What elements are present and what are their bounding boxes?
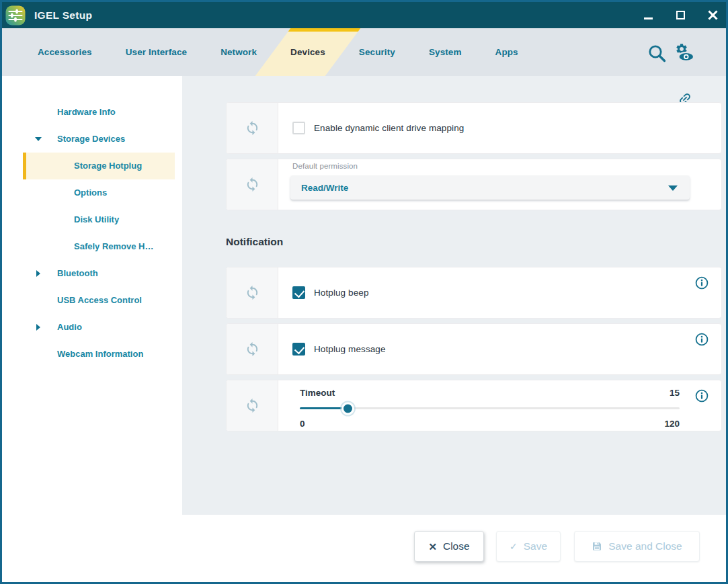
default-permission-value: Read/Write: [301, 183, 348, 193]
triangle-right: [36, 270, 40, 277]
igel-logo-icon: [5, 5, 26, 26]
minimize-button[interactable]: [632, 2, 664, 28]
sidebar-item-audio[interactable]: Audio: [2, 314, 182, 341]
sidebar-item-label: Webcam Information: [57, 341, 143, 368]
settings-panel: Enable dynamic client drive mapping Defa…: [182, 76, 726, 515]
sidebar-item-label: Hardware Info: [57, 99, 116, 126]
tab-list: AccessoriesUser InterfaceNetworkDevicesS…: [38, 28, 518, 76]
sidebar-item-disk-utility[interactable]: Disk Utility: [2, 206, 182, 233]
maximize-icon: [676, 11, 685, 19]
sidebar-tree: Hardware InfoStorage DevicesStorage Hotp…: [2, 76, 182, 515]
sidebar-item-bluetooth[interactable]: Bluetooth: [2, 260, 182, 287]
slider-fill: [300, 407, 348, 409]
save-and-close-button-label: Save and Close: [608, 540, 682, 552]
close-button[interactable]: ✕ Close: [414, 531, 484, 562]
sidebar-item-label: Safely Remove H…: [74, 233, 154, 260]
sync-cell: [227, 324, 278, 374]
sidebar-item-label: USB Access Control: [57, 287, 142, 314]
sidebar-item-hardware-info[interactable]: Hardware Info: [2, 99, 182, 126]
hotplug-message-label: Hotplug message: [314, 344, 386, 354]
sidebar-item-label: Audio: [57, 314, 82, 341]
triangle-right: [36, 324, 40, 331]
hotplug-message-checkbox[interactable]: [292, 343, 305, 356]
hotplug-beep-checkbox[interactable]: [292, 286, 305, 299]
section-title-notification: Notification: [226, 236, 283, 248]
sync-icon[interactable]: [245, 341, 260, 357]
check-icon: ✓: [510, 542, 518, 551]
tab-security[interactable]: Security: [359, 47, 395, 57]
chevron-down-icon: [668, 185, 678, 191]
tab-apps[interactable]: Apps: [495, 47, 518, 57]
hotplug-message-body: Hotplug message: [278, 324, 721, 374]
sidebar-item-options[interactable]: Options: [2, 179, 182, 206]
hotplug-beep-row: Hotplug beep: [226, 267, 722, 319]
info-icon[interactable]: [695, 389, 709, 403]
window-title: IGEL Setup: [34, 9, 92, 22]
floppy-icon: [592, 541, 602, 552]
close-window-button[interactable]: [696, 2, 728, 28]
sync-icon[interactable]: [245, 398, 260, 413]
drive-mapping-label: Enable dynamic client drive mapping: [314, 123, 464, 133]
tab-accessories[interactable]: Accessories: [38, 47, 92, 57]
timeout-row: Timeout 15 0 120: [226, 380, 722, 431]
sidebar-item-storage-hotplug[interactable]: Storage Hotplug: [2, 153, 182, 179]
tab-user-interface[interactable]: User Interface: [126, 47, 187, 57]
sync-icon[interactable]: [245, 177, 260, 192]
timeout-label: Timeout: [300, 388, 335, 398]
footer: ✕ Close ✓ Save Save and Close: [2, 515, 726, 582]
drive-mapping-checkbox[interactable]: [292, 122, 305, 134]
tab-system[interactable]: System: [429, 47, 462, 57]
close-button-label: Close: [443, 540, 470, 552]
triangle-down: [35, 137, 42, 141]
titlebar: IGEL Setup: [2, 2, 726, 28]
chevron-right-icon[interactable]: [33, 260, 44, 287]
sidebar-item-label: Bluetooth: [57, 260, 98, 287]
hotplug-beep-body: Hotplug beep: [278, 267, 721, 318]
sidebar-item-webcam-information[interactable]: Webcam Information: [2, 341, 182, 368]
sidebar-item-label: Options: [74, 179, 107, 206]
sync-cell: [227, 380, 278, 431]
tab-network[interactable]: Network: [220, 47, 257, 57]
slider-thumb[interactable]: [341, 402, 354, 415]
hotplug-beep-label: Hotplug beep: [314, 288, 369, 298]
sync-icon[interactable]: [245, 285, 260, 300]
chevron-down-icon[interactable]: [33, 126, 44, 153]
timeout-slider[interactable]: [300, 407, 680, 409]
default-permission-label: Default permission: [292, 162, 358, 170]
close-icon: [708, 10, 718, 20]
sync-icon[interactable]: [245, 120, 260, 136]
search-icon[interactable]: [647, 43, 668, 64]
sync-cell: [227, 103, 278, 153]
timeout-min: 0: [300, 419, 305, 429]
default-permission-row: Default permission Read/Write: [226, 159, 722, 210]
save-button-label: Save: [524, 540, 547, 552]
sync-cell: [227, 267, 278, 318]
sidebar-item-label: Storage Hotplug: [74, 153, 142, 179]
sync-cell: [227, 159, 278, 210]
timeout-value: 15: [670, 388, 680, 398]
drive-mapping-body: Enable dynamic client drive mapping: [278, 103, 721, 153]
default-permission-body: Default permission Read/Write: [278, 159, 721, 210]
maximize-button[interactable]: [664, 2, 696, 28]
sidebar-item-usb-access-control[interactable]: USB Access Control: [2, 287, 182, 314]
save-and-close-button[interactable]: Save and Close: [574, 531, 700, 562]
window-controls: [632, 2, 728, 28]
timeout-max: 120: [664, 419, 680, 429]
hotplug-message-row: Hotplug message: [226, 323, 722, 375]
info-icon[interactable]: [695, 276, 709, 290]
sidebar-item-safely-remove-h[interactable]: Safely Remove H…: [2, 233, 182, 260]
minimize-icon: [644, 17, 653, 19]
igel-setup-window: IGEL Setup AccessoriesUser InterfaceNetw…: [0, 0, 728, 584]
sidebar-item-storage-devices[interactable]: Storage Devices: [2, 126, 182, 153]
info-icon[interactable]: [695, 333, 709, 346]
chevron-right-icon[interactable]: [33, 314, 44, 341]
save-button[interactable]: ✓ Save: [496, 531, 561, 562]
sidebar-item-label: Disk Utility: [74, 206, 119, 233]
sidebar-item-label: Storage Devices: [57, 126, 125, 153]
close-x-icon: ✕: [428, 542, 437, 552]
default-permission-select[interactable]: Read/Write: [290, 175, 690, 200]
tabbar: AccessoriesUser InterfaceNetworkDevicesS…: [2, 28, 726, 76]
gear-eye-icon[interactable]: [675, 42, 695, 62]
drive-mapping-row: Enable dynamic client drive mapping: [226, 102, 722, 154]
tab-devices[interactable]: Devices: [290, 47, 325, 57]
